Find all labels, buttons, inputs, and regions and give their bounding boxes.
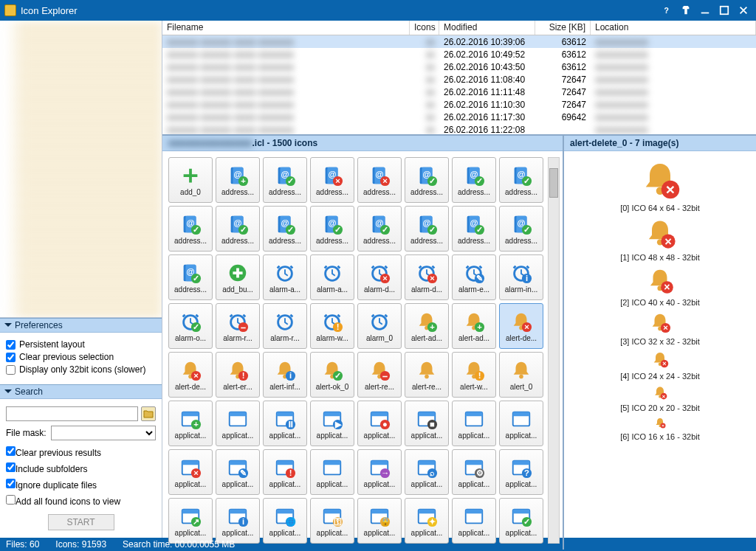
icon-cell[interactable]: @✓address... bbox=[310, 206, 354, 252]
search-add-all[interactable]: Add all found icons to view bbox=[6, 495, 156, 507]
icon-cell[interactable]: applicat... bbox=[499, 401, 543, 446]
file-row[interactable]: xxxxxxx xxxxxxx xxxxx xxxxxxxx xx 26.02.… bbox=[162, 123, 756, 134]
col-filename[interactable]: Filename bbox=[162, 21, 410, 35]
icon-cell[interactable]: ‒alarm-r... bbox=[216, 303, 260, 349]
icon-cell[interactable]: alarm-a... bbox=[263, 254, 307, 300]
icon-cell[interactable]: ialarm-in... bbox=[499, 254, 543, 300]
icon-cell[interactable]: applicat... bbox=[452, 498, 496, 544]
browse-button[interactable] bbox=[141, 406, 156, 421]
icon-cell[interactable]: iapplicat... bbox=[216, 498, 260, 544]
icon-cell[interactable]: add_bu... bbox=[216, 254, 260, 300]
col-size[interactable]: Size [KB] bbox=[535, 21, 591, 35]
col-icons[interactable]: Icons bbox=[410, 21, 439, 35]
icon-cell[interactable]: @✓address... bbox=[405, 206, 449, 252]
icon-cell[interactable]: +applicat... bbox=[168, 401, 213, 446]
icon-cell[interactable]: ×applicat... bbox=[168, 449, 213, 495]
icon-cell[interactable]: @✓address... bbox=[499, 157, 543, 203]
pref-only-32bit[interactable]: Display only 32bit icons (slower) bbox=[6, 364, 156, 375]
icon-cell[interactable]: @+address... bbox=[216, 157, 260, 203]
detail-item[interactable]: ×[6] ICO 16 x 16 - 32bit bbox=[620, 417, 700, 441]
file-list-body[interactable]: xxxxxxx xxxxxxx xxxxx xxxxxxxx xx 26.02.… bbox=[162, 35, 756, 134]
icon-cell[interactable]: !alert-w... bbox=[452, 352, 496, 398]
icon-cell[interactable]: ⌕applicat... bbox=[405, 449, 449, 495]
pref-persistent[interactable]: Persistent layout bbox=[6, 339, 156, 350]
icon-cell[interactable]: ×alert-de... bbox=[499, 303, 543, 349]
icon-cell[interactable]: ✓applicat... bbox=[499, 498, 543, 544]
icon-cell[interactable]: ×alarm-d... bbox=[357, 254, 402, 300]
icon-cell[interactable]: @✓address... bbox=[216, 206, 260, 252]
file-row[interactable]: xxxxxxx xxxxxxx xxxxx xxxxxxxx xx 26.02.… bbox=[162, 60, 756, 73]
folder-tree[interactable] bbox=[0, 21, 162, 318]
pref-clear-selection[interactable]: Clear previous selection bbox=[6, 352, 156, 362]
icon-cell[interactable]: ✎applicat... bbox=[216, 449, 260, 495]
icon-cell[interactable]: @×address... bbox=[357, 157, 402, 203]
file-row[interactable]: xxxxxxx xxxxxxx xxxxx xxxxxxxx xx 26.02.… bbox=[162, 111, 756, 123]
icon-cell[interactable]: ✓alarm-o... bbox=[168, 303, 213, 349]
icon-cell[interactable]: applicat... bbox=[310, 449, 354, 495]
icon-cell[interactable]: 🔒applicat... bbox=[357, 498, 402, 544]
icon-grid[interactable]: add_0@+address...@✓address...@×address..… bbox=[168, 157, 545, 544]
icon-cell[interactable]: !alarm-w... bbox=[310, 303, 354, 349]
icon-cell[interactable]: add_0 bbox=[168, 157, 213, 203]
file-row[interactable]: xxxxxxx xxxxxxx xxxxx xxxxxxxx xx 26.02.… bbox=[162, 73, 756, 86]
maximize-button[interactable] bbox=[716, 2, 732, 18]
detail-body[interactable]: ×[0] ICO 64 x 64 - 32bit×[1] ICO 48 x 48… bbox=[564, 151, 756, 550]
icon-cell[interactable]: @✓address... bbox=[263, 206, 307, 252]
detail-item[interactable]: ×[0] ICO 64 x 64 - 32bit bbox=[620, 159, 700, 212]
shirt-button[interactable] bbox=[678, 2, 694, 18]
icon-cell[interactable]: applicat... bbox=[216, 401, 260, 446]
minimize-button[interactable] bbox=[697, 2, 713, 18]
icon-cell[interactable]: ●applicat... bbox=[357, 401, 402, 446]
file-row[interactable]: xxxxxxx xxxxxxx xxxxx xxxxxxxx xx 26.02.… bbox=[162, 48, 756, 60]
detail-item[interactable]: ×[5] ICO 20 x 20 - 32bit bbox=[620, 385, 700, 412]
icon-cell[interactable]: ialert-inf... bbox=[263, 352, 307, 398]
preferences-header[interactable]: Preferences bbox=[0, 318, 162, 333]
icon-cell[interactable]: @✓address... bbox=[405, 157, 449, 203]
icon-cell[interactable]: ✎alarm-e... bbox=[452, 254, 496, 300]
search-clear-results[interactable]: Clear previous results bbox=[6, 446, 156, 458]
icon-cell[interactable]: alarm_0 bbox=[357, 303, 402, 349]
icon-cell[interactable]: +alert-ad... bbox=[452, 303, 496, 349]
close-button[interactable] bbox=[735, 2, 752, 18]
icon-cell[interactable]: alarm-r... bbox=[263, 303, 307, 349]
detail-item[interactable]: ×[1] ICO 48 x 48 - 32bit bbox=[620, 217, 700, 262]
icon-cell[interactable]: !alert-er... bbox=[216, 352, 260, 398]
icon-cell[interactable]: alert-re... bbox=[405, 352, 449, 398]
file-row[interactable]: xxxxxxx xxxxxxx xxxxx xxxxxxxx xx 26.02.… bbox=[162, 98, 756, 111]
file-row[interactable]: xxxxxxx xxxxxxx xxxxx xxxxxxxx xx 26.02.… bbox=[162, 86, 756, 98]
help-button[interactable]: ? bbox=[659, 2, 675, 18]
file-row[interactable]: xxxxxxx xxxxxxx xxxxx xxxxxxxx xx 26.02.… bbox=[162, 35, 756, 48]
icon-cell[interactable]: ▶applicat... bbox=[310, 401, 354, 446]
icon-cell[interactable]: +alert-ad... bbox=[405, 303, 449, 349]
search-header[interactable]: Search bbox=[0, 384, 162, 399]
icon-cell[interactable]: ↗applicat... bbox=[168, 498, 213, 544]
detail-item[interactable]: ×[2] ICO 40 x 40 - 32bit bbox=[620, 266, 700, 307]
icon-cell[interactable]: 🌐applicat... bbox=[263, 498, 307, 544]
detail-item[interactable]: ×[3] ICO 32 x 32 - 32bit bbox=[620, 311, 700, 346]
icon-cell[interactable]: ?applicat... bbox=[499, 449, 543, 495]
icon-cell[interactable]: ×alert-de... bbox=[168, 352, 213, 398]
icon-grid-scrollbar[interactable] bbox=[548, 157, 560, 544]
icon-cell[interactable]: →applicat... bbox=[357, 449, 402, 495]
file-mask-select[interactable] bbox=[51, 426, 156, 440]
icon-cell[interactable]: @✓address... bbox=[452, 206, 496, 252]
icon-cell[interactable]: ×alarm-d... bbox=[405, 254, 449, 300]
icon-cell[interactable]: @✓address... bbox=[263, 157, 307, 203]
icon-cell[interactable]: applicat... bbox=[452, 401, 496, 446]
icon-cell[interactable]: ✦applicat... bbox=[405, 498, 449, 544]
icon-cell[interactable]: @×address... bbox=[310, 157, 354, 203]
icon-cell[interactable]: alert_0 bbox=[499, 352, 543, 398]
col-location[interactable]: Location bbox=[591, 21, 756, 35]
start-button[interactable]: START bbox=[48, 514, 114, 530]
detail-item[interactable]: ×[4] ICO 24 x 24 - 32bit bbox=[620, 350, 700, 381]
icon-cell[interactable]: ✓alert-ok_0 bbox=[310, 352, 354, 398]
icon-cell[interactable]: @✓address... bbox=[168, 254, 213, 300]
icon-cell[interactable]: ‒alert-re... bbox=[357, 352, 402, 398]
icon-cell[interactable]: @✓address... bbox=[452, 157, 496, 203]
icon-cell[interactable]: !applicat... bbox=[263, 449, 307, 495]
icon-cell[interactable]: ⚿applicat... bbox=[310, 498, 354, 544]
search-include-subfolders[interactable]: Include subfolders bbox=[6, 462, 156, 474]
icon-cell[interactable]: @✓address... bbox=[168, 206, 213, 252]
icon-cell[interactable]: ■applicat... bbox=[405, 401, 449, 446]
icon-cell[interactable]: ⚙applicat... bbox=[452, 449, 496, 495]
